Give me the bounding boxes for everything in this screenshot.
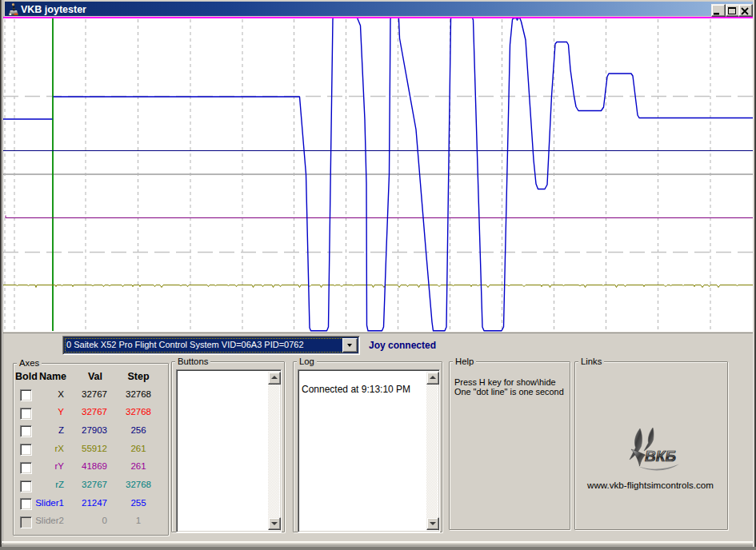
svg-text:ВКБ: ВКБ xyxy=(645,448,676,464)
